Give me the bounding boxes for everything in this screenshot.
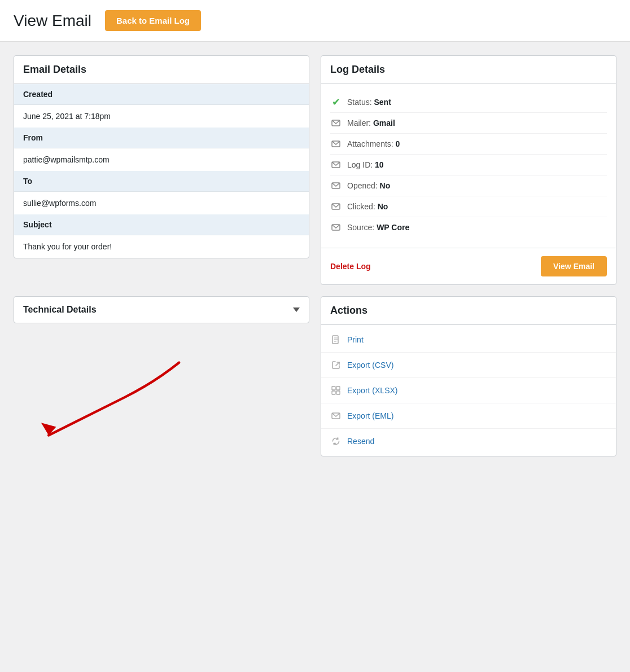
- email-details-card: Email Details CreatedJune 25, 2021 at 7:…: [14, 55, 309, 258]
- paperclip-icon: [330, 138, 342, 150]
- email-details-table: CreatedJune 25, 2021 at 7:18pmFrompattie…: [14, 84, 309, 258]
- check-circle-icon: ✔: [330, 96, 342, 108]
- refresh-icon: [330, 436, 342, 447]
- log-label: Log ID:: [347, 160, 373, 169]
- log-label: Clicked:: [347, 202, 375, 211]
- log-value: Sent: [374, 98, 391, 107]
- actions-card: Actions PrintExport (CSV)Export (XLSX)Ex…: [321, 296, 616, 456]
- log-value: 10: [375, 160, 384, 169]
- action-label: Export (XLSX): [347, 386, 397, 395]
- log-value: No: [378, 202, 388, 211]
- detail-label: From: [14, 128, 309, 148]
- technical-details-card: Technical Details: [14, 296, 309, 323]
- view-email-button[interactable]: View Email: [541, 256, 607, 276]
- detail-value: June 25, 2021 at 7:18pm: [14, 105, 309, 128]
- log-label: Mailer:: [347, 118, 371, 128]
- svg-rect-9: [332, 391, 335, 394]
- action-item[interactable]: Print: [321, 327, 616, 353]
- log-text: Opened: No: [347, 181, 390, 190]
- detail-value: Thank you for your order!: [14, 235, 309, 258]
- document-icon: [330, 159, 342, 170]
- arrow-annotation: [14, 336, 309, 449]
- log-row: ✔Status: Sent: [330, 92, 607, 113]
- email-details-title: Email Details: [14, 56, 309, 84]
- page-header: View Email Back to Email Log: [0, 0, 630, 42]
- log-row: Attachments: 0: [330, 134, 607, 155]
- grid-icon: [330, 385, 342, 396]
- log-text: Status: Sent: [347, 98, 391, 107]
- action-label: Print: [347, 335, 364, 344]
- log-text: Clicked: No: [347, 202, 388, 211]
- envelope-icon: [330, 410, 342, 421]
- envelope-open-icon: [330, 180, 342, 191]
- action-label: Export (CSV): [347, 361, 393, 370]
- action-item[interactable]: Export (EML): [321, 403, 616, 429]
- document-icon: [330, 334, 342, 345]
- pencil-icon: [330, 222, 342, 233]
- log-details-title: Log Details: [321, 56, 616, 84]
- actions-body: PrintExport (CSV)Export (XLSX)Export (EM…: [321, 325, 616, 456]
- main-content: Email Details CreatedJune 25, 2021 at 7:…: [0, 42, 630, 470]
- log-text: Mailer: Gmail: [347, 118, 395, 128]
- delete-log-button[interactable]: Delete Log: [330, 262, 371, 271]
- export-icon: [330, 359, 342, 371]
- log-label: Attachments:: [347, 139, 393, 148]
- log-row: Opened: No: [330, 175, 607, 196]
- log-row: Source: WP Core: [330, 217, 607, 238]
- log-actions: Delete Log View Email: [321, 248, 616, 284]
- detail-label: Created: [14, 84, 309, 105]
- detail-label: To: [14, 171, 309, 192]
- detail-value: pattie@wpmailsmtp.com: [14, 148, 309, 172]
- detail-label: Subject: [14, 214, 309, 235]
- log-text: Log ID: 10: [347, 160, 384, 169]
- log-row: Mailer: Gmail: [330, 113, 607, 134]
- actions-title: Actions: [321, 297, 616, 325]
- technical-details-title: Technical Details: [23, 305, 97, 315]
- svg-rect-8: [336, 386, 340, 390]
- action-label: Resend: [347, 437, 374, 446]
- red-arrow-svg: [14, 336, 309, 449]
- action-item[interactable]: Export (CSV): [321, 353, 616, 378]
- log-value: WP Core: [377, 223, 409, 232]
- log-details-card: Log Details ✔Status: Sent Mailer: Gmail …: [321, 55, 616, 285]
- envelope-icon: [330, 117, 342, 129]
- svg-rect-7: [332, 386, 335, 390]
- action-item[interactable]: Export (XLSX): [321, 378, 616, 403]
- chevron-down-icon: [293, 308, 300, 312]
- log-row: Log ID: 10: [330, 155, 607, 175]
- log-label: Source:: [347, 223, 374, 232]
- page-title: View Email: [14, 12, 91, 30]
- back-to-email-log-button[interactable]: Back to Email Log: [105, 10, 201, 31]
- technical-details-header[interactable]: Technical Details: [14, 297, 309, 323]
- cursor-icon: [330, 201, 342, 212]
- log-details-body: ✔Status: Sent Mailer: Gmail Attachments:…: [321, 84, 616, 245]
- log-value: Gmail: [373, 118, 395, 128]
- log-value: No: [380, 181, 391, 190]
- log-label: Status:: [347, 98, 372, 107]
- action-label: Export (EML): [347, 411, 393, 420]
- detail-value: sullie@wpforms.com: [14, 192, 309, 215]
- action-item[interactable]: Resend: [321, 429, 616, 454]
- log-text: Source: WP Core: [347, 223, 409, 232]
- log-value: 0: [396, 139, 400, 148]
- log-label: Opened:: [347, 181, 378, 190]
- svg-rect-10: [336, 391, 340, 394]
- log-text: Attachments: 0: [347, 139, 400, 148]
- log-row: Clicked: No: [330, 196, 607, 217]
